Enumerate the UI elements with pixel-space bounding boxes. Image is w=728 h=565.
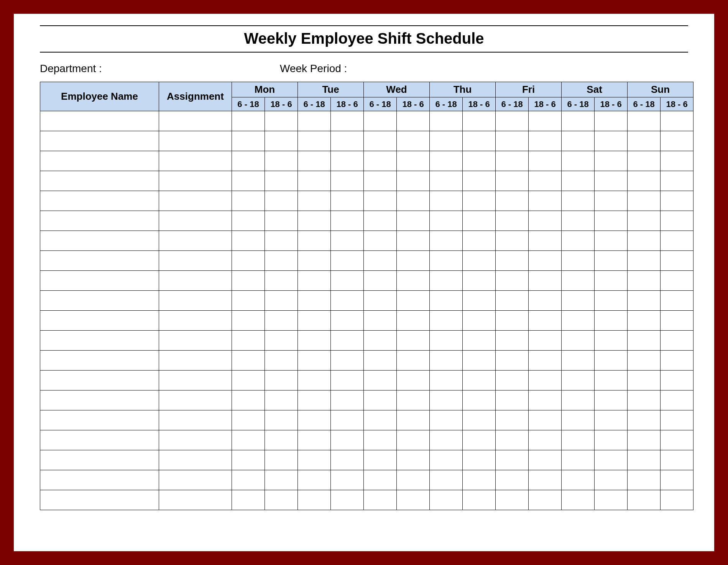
schedule-cell[interactable] xyxy=(397,311,430,331)
schedule-cell[interactable] xyxy=(331,371,364,390)
schedule-cell[interactable] xyxy=(265,111,298,131)
schedule-cell[interactable] xyxy=(40,450,159,470)
schedule-cell[interactable] xyxy=(661,490,693,510)
schedule-cell[interactable] xyxy=(397,410,430,430)
schedule-cell[interactable] xyxy=(298,450,331,470)
schedule-cell[interactable] xyxy=(430,231,463,251)
schedule-cell[interactable] xyxy=(159,390,232,410)
schedule-cell[interactable] xyxy=(364,171,397,191)
schedule-cell[interactable] xyxy=(562,291,595,311)
schedule-cell[interactable] xyxy=(595,211,628,231)
schedule-cell[interactable] xyxy=(661,430,693,450)
schedule-cell[interactable] xyxy=(159,450,232,470)
schedule-cell[interactable] xyxy=(628,371,661,390)
schedule-cell[interactable] xyxy=(232,151,265,171)
schedule-cell[interactable] xyxy=(298,490,331,510)
schedule-cell[interactable] xyxy=(562,430,595,450)
schedule-cell[interactable] xyxy=(364,311,397,331)
schedule-cell[interactable] xyxy=(463,271,496,291)
schedule-cell[interactable] xyxy=(397,351,430,371)
schedule-cell[interactable] xyxy=(265,191,298,211)
schedule-cell[interactable] xyxy=(562,171,595,191)
schedule-cell[interactable] xyxy=(265,151,298,171)
schedule-cell[interactable] xyxy=(232,410,265,430)
schedule-cell[interactable] xyxy=(298,311,331,331)
schedule-cell[interactable] xyxy=(628,351,661,371)
schedule-cell[interactable] xyxy=(628,111,661,131)
schedule-cell[interactable] xyxy=(463,331,496,351)
schedule-cell[interactable] xyxy=(397,231,430,251)
schedule-cell[interactable] xyxy=(661,151,693,171)
schedule-cell[interactable] xyxy=(364,111,397,131)
schedule-cell[interactable] xyxy=(628,311,661,331)
schedule-cell[interactable] xyxy=(364,371,397,390)
schedule-cell[interactable] xyxy=(232,390,265,410)
schedule-cell[interactable] xyxy=(463,371,496,390)
schedule-cell[interactable] xyxy=(331,271,364,291)
schedule-cell[interactable] xyxy=(463,430,496,450)
schedule-cell[interactable] xyxy=(628,151,661,171)
schedule-cell[interactable] xyxy=(496,311,529,331)
schedule-cell[interactable] xyxy=(595,251,628,271)
schedule-cell[interactable] xyxy=(331,450,364,470)
schedule-cell[interactable] xyxy=(661,131,693,151)
schedule-cell[interactable] xyxy=(430,291,463,311)
schedule-cell[interactable] xyxy=(496,390,529,410)
schedule-cell[interactable] xyxy=(159,191,232,211)
schedule-cell[interactable] xyxy=(232,291,265,311)
schedule-cell[interactable] xyxy=(562,470,595,490)
schedule-cell[interactable] xyxy=(364,450,397,470)
schedule-cell[interactable] xyxy=(430,151,463,171)
schedule-cell[interactable] xyxy=(331,191,364,211)
schedule-cell[interactable] xyxy=(562,271,595,291)
schedule-cell[interactable] xyxy=(232,231,265,251)
schedule-cell[interactable] xyxy=(529,371,562,390)
schedule-cell[interactable] xyxy=(562,231,595,251)
schedule-cell[interactable] xyxy=(661,450,693,470)
schedule-cell[interactable] xyxy=(529,111,562,131)
schedule-cell[interactable] xyxy=(529,450,562,470)
schedule-cell[interactable] xyxy=(232,191,265,211)
schedule-cell[interactable] xyxy=(364,430,397,450)
schedule-cell[interactable] xyxy=(232,331,265,351)
schedule-cell[interactable] xyxy=(232,371,265,390)
schedule-cell[interactable] xyxy=(298,331,331,351)
schedule-cell[interactable] xyxy=(562,131,595,151)
schedule-cell[interactable] xyxy=(430,371,463,390)
schedule-cell[interactable] xyxy=(628,490,661,510)
schedule-cell[interactable] xyxy=(364,291,397,311)
schedule-cell[interactable] xyxy=(496,331,529,351)
schedule-cell[interactable] xyxy=(265,450,298,470)
schedule-cell[interactable] xyxy=(265,211,298,231)
schedule-cell[interactable] xyxy=(298,151,331,171)
schedule-cell[interactable] xyxy=(397,191,430,211)
schedule-cell[interactable] xyxy=(159,430,232,450)
schedule-cell[interactable] xyxy=(661,111,693,131)
schedule-cell[interactable] xyxy=(232,131,265,151)
schedule-cell[interactable] xyxy=(40,331,159,351)
schedule-cell[interactable] xyxy=(595,191,628,211)
schedule-cell[interactable] xyxy=(298,111,331,131)
schedule-cell[interactable] xyxy=(232,430,265,450)
schedule-cell[interactable] xyxy=(265,371,298,390)
schedule-cell[interactable] xyxy=(364,251,397,271)
schedule-cell[interactable] xyxy=(159,291,232,311)
schedule-cell[interactable] xyxy=(463,111,496,131)
schedule-cell[interactable] xyxy=(232,111,265,131)
schedule-cell[interactable] xyxy=(331,251,364,271)
schedule-cell[interactable] xyxy=(562,331,595,351)
schedule-cell[interactable] xyxy=(40,490,159,510)
schedule-cell[interactable] xyxy=(661,311,693,331)
schedule-cell[interactable] xyxy=(40,291,159,311)
schedule-cell[interactable] xyxy=(496,231,529,251)
schedule-cell[interactable] xyxy=(562,251,595,271)
schedule-cell[interactable] xyxy=(397,450,430,470)
schedule-cell[interactable] xyxy=(661,410,693,430)
schedule-cell[interactable] xyxy=(364,351,397,371)
schedule-cell[interactable] xyxy=(595,131,628,151)
schedule-cell[interactable] xyxy=(529,191,562,211)
schedule-cell[interactable] xyxy=(562,311,595,331)
schedule-cell[interactable] xyxy=(463,291,496,311)
schedule-cell[interactable] xyxy=(628,231,661,251)
schedule-cell[interactable] xyxy=(232,311,265,331)
